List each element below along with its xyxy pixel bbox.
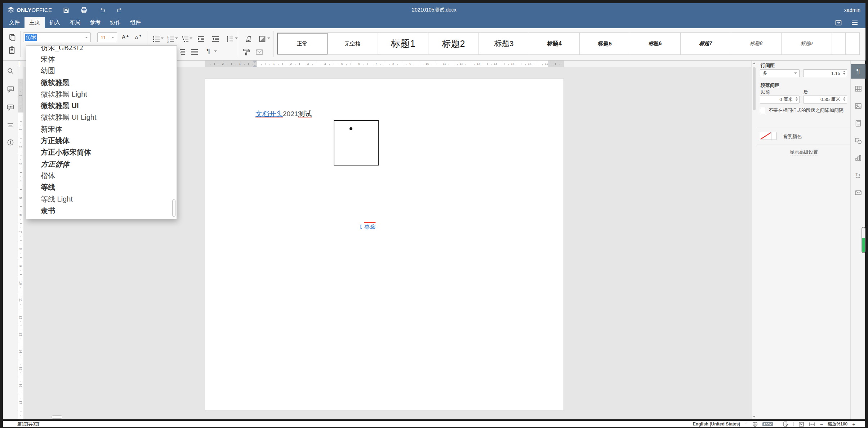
chat-button[interactable] [6,103,15,112]
style-item-2[interactable]: 标题1 [378,33,428,54]
paragraph-text[interactable]: 文档开头2021测试 [255,109,312,119]
style-item-6[interactable]: 标题5 [580,33,630,54]
comments-button[interactable] [6,85,15,94]
copy-button[interactable] [7,32,17,43]
headers-footers-settings-tab[interactable] [851,116,865,131]
about-button[interactable] [6,138,15,147]
vertical-scrollbar-thumb[interactable] [753,67,756,110]
style-gallery-expand-button[interactable] [846,33,859,54]
spinner-arrows-icon[interactable] [843,97,845,101]
background-color-swatch[interactable] [760,132,771,140]
rotated-stamp-text[interactable]: 签章 1 [359,222,375,230]
vertical-ruler[interactable]: 11234567891011121314151617 [18,67,23,419]
style-item-9[interactable]: 标题8 [731,33,782,54]
font-item-5[interactable]: 微软雅黑 UI [26,100,177,111]
numbered-list-button[interactable]: 123 [166,34,176,44]
font-item-2[interactable]: 幼圆 [26,65,177,77]
show-advanced-settings-link[interactable]: 显示高级设置 [757,149,851,155]
navigation-headings-button[interactable] [6,120,15,130]
paste-button[interactable] [7,45,17,56]
font-item-9[interactable]: 方正小标宋简体 [26,147,177,158]
table-settings-tab[interactable] [851,81,865,96]
chart-settings-tab[interactable] [851,151,865,165]
search-button[interactable] [6,66,15,76]
paragraph-settings-tab[interactable]: ¶ [851,64,865,79]
style-item-10[interactable]: 标题9 [782,33,832,54]
font-name-chevron-icon[interactable] [85,37,88,38]
no-spacing-between-same-style-checkbox[interactable] [760,108,765,113]
set-language-button[interactable] [752,422,758,427]
text-art-settings-tab[interactable]: Ta [851,168,865,182]
style-item-0[interactable]: 正常 [277,33,328,54]
open-file-location-button[interactable] [833,18,843,27]
shape-settings-tab[interactable] [851,133,865,148]
zoom-level-indicator[interactable]: 缩放%100 [828,421,848,427]
font-size-input[interactable]: 11 [97,32,117,42]
fit-page-button[interactable] [798,422,804,427]
collapse-toolbar-button[interactable] [850,18,860,27]
font-item-11[interactable]: 楷体 [26,170,177,181]
spacing-after-spinner[interactable]: 0.35 厘米 [803,96,847,103]
scroll-down-arrow-icon[interactable] [753,416,756,418]
shading-chevron-icon[interactable] [267,37,270,39]
increase-font-button[interactable]: A▲ [120,32,131,42]
zoom-in-button[interactable]: + [852,422,855,427]
style-item-1[interactable]: 无空格 [328,33,378,54]
nonprinting-chars-button[interactable]: ¶ [203,46,213,56]
line-spacing-select[interactable]: 多 [760,69,800,77]
align-right-button[interactable] [177,47,187,57]
mail-merge-button[interactable] [254,47,264,57]
menu-tab-6[interactable]: 组件 [125,17,146,28]
spinner-arrows-icon[interactable] [796,97,798,101]
multilevel-list-button[interactable] [180,34,190,44]
font-item-4[interactable]: 微软雅黑 Light [26,88,177,100]
bullet-list-chevron-icon[interactable] [161,37,164,39]
font-item-15[interactable]: 黑体 [26,216,177,219]
hanging-indent-marker[interactable] [253,65,257,67]
font-size-chevron-icon[interactable] [111,37,114,38]
justify-button[interactable] [190,47,200,57]
menu-tab-5[interactable]: 协作 [105,17,125,28]
font-name-input[interactable]: 仿宋 [23,32,91,42]
bullet-list-button[interactable] [151,34,161,44]
spacing-before-spinner[interactable]: 0 厘米 [760,96,800,103]
decrease-indent-button[interactable] [196,34,206,44]
menu-tab-1[interactable]: 主页 [25,17,45,28]
rectangle-shape[interactable] [334,120,379,166]
numbered-list-chevron-icon[interactable] [175,37,178,39]
menu-tab-0[interactable]: 文件 [4,17,25,28]
language-indicator[interactable]: English (United States) [693,422,740,427]
line-spacing-amount-spinner[interactable]: 1.15 [803,69,847,77]
clear-style-button[interactable] [244,34,254,44]
style-item-3[interactable]: 标题2 [428,33,479,54]
edge-scroll-indicator[interactable] [862,227,865,253]
font-item-7[interactable]: 新宋体 [26,123,177,135]
shading-button[interactable] [257,34,267,44]
zoom-out-button[interactable]: − [820,422,823,427]
menu-tab-3[interactable]: 布局 [65,17,85,28]
image-settings-tab[interactable] [851,99,865,113]
style-item-4[interactable]: 标题3 [479,33,529,54]
document-hyperlink[interactable]: 文档开头 [255,110,283,118]
horizontal-scrollbar-thumb[interactable] [52,415,62,419]
copy-style-button[interactable] [241,47,252,57]
spinner-arrows-icon[interactable] [843,71,845,75]
decrease-font-button[interactable]: A▼ [133,32,144,42]
document-vertical-scrollbar[interactable] [751,61,757,419]
font-item-14[interactable]: 隶书 [26,205,177,216]
multilevel-list-chevron-icon[interactable] [190,37,192,39]
font-item-8[interactable]: 方正姚体 [26,135,177,146]
line-spacing-button[interactable] [225,34,235,44]
document-page[interactable]: 文档开头2021测试 签章 1 [205,79,564,410]
font-item-10[interactable]: 方正舒体 [26,158,177,170]
spell-check-button[interactable]: ABC✓ [762,422,773,426]
font-item-0[interactable]: 仿宋_GB2312 [26,45,177,53]
style-item-7[interactable]: 标题6 [630,33,681,54]
checkbox-label[interactable]: 不要在相同样式的段落之间添加间隔 [769,107,847,114]
style-item-5[interactable]: 标题4 [529,33,580,54]
style-item-8[interactable]: 标题7 [681,33,731,54]
background-color-chevron[interactable] [771,132,776,140]
font-item-6[interactable]: 微软雅黑 UI Light [26,112,177,123]
font-item-1[interactable]: 宋体 [26,53,177,65]
dropdown-scrollbar-thumb[interactable] [172,199,175,217]
